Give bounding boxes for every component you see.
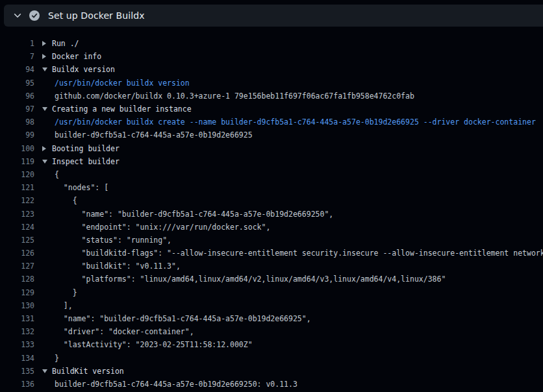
line-text: Docker info	[52, 52, 543, 61]
line-text: {	[52, 196, 543, 205]
chevron-down-icon[interactable]	[42, 160, 47, 164]
line-text: "status": "running",	[52, 236, 543, 245]
line-number[interactable]: 100	[0, 144, 34, 153]
line-number[interactable]: 129	[0, 288, 34, 297]
line-number[interactable]: 124	[0, 223, 34, 232]
log-line: 133 "lastActivity": "2023-02-25T11:58:12…	[0, 338, 543, 351]
line-text: "name": "builder-d9cfb5a1-c764-445a-a57e…	[52, 210, 543, 219]
line-number[interactable]: 119	[0, 157, 34, 166]
line-text: Buildx version	[52, 65, 543, 74]
log-line: 99 builder-d9cfb5a1-c764-445a-a57e-0b19d…	[0, 129, 543, 141]
line-text: }	[52, 354, 543, 363]
line-number[interactable]: 136	[0, 380, 34, 389]
line-text: "nodes": [	[52, 183, 543, 192]
line-number[interactable]: 94	[0, 65, 34, 74]
line-number[interactable]: 131	[0, 314, 34, 323]
gutter	[34, 41, 52, 46]
log-line: 122 {	[0, 194, 543, 207]
line-number[interactable]: 133	[0, 340, 34, 349]
line-number[interactable]: 97	[0, 104, 34, 114]
chevron-right-icon[interactable]	[42, 54, 46, 59]
line-number[interactable]: 121	[0, 183, 34, 192]
log-line: 125 "status": "running",	[0, 234, 543, 247]
line-number[interactable]: 1	[0, 39, 34, 48]
line-text: {	[52, 170, 543, 179]
line-text: "platforms": "linux/amd64,linux/amd64/v2…	[52, 275, 543, 284]
chevron-down-icon[interactable]	[42, 369, 47, 373]
log-line[interactable]: 7 Docker info	[0, 50, 543, 63]
line-text: /usr/bin/docker buildx version	[52, 79, 543, 88]
chevron-down-icon[interactable]	[42, 67, 47, 71]
gutter	[34, 146, 52, 151]
line-text: "name": "builder-d9cfb5a1-c764-445a-a57e…	[52, 314, 543, 323]
step-title: Set up Docker Buildx	[48, 10, 145, 21]
line-text: BuildKit version	[52, 367, 543, 376]
log-line: 95 /usr/bin/docker buildx version	[0, 77, 543, 90]
line-text: "driver": "docker-container",	[52, 327, 543, 336]
log-line: 134 }	[0, 352, 543, 365]
log-line: 130 ],	[0, 299, 543, 312]
chevron-down-icon[interactable]	[42, 107, 47, 111]
log-line: 128 "platforms": "linux/amd64,linux/amd6…	[0, 273, 543, 286]
line-text: /usr/bin/docker buildx create --name bui…	[52, 117, 543, 127]
line-number[interactable]: 135	[0, 367, 34, 376]
log-line: 123 "name": "builder-d9cfb5a1-c764-445a-…	[0, 207, 543, 220]
line-text: Run ./	[52, 39, 543, 48]
chevron-down-icon[interactable]	[13, 11, 22, 20]
line-number[interactable]: 132	[0, 327, 34, 336]
line-text: Inspect builder	[52, 157, 543, 166]
log-viewer: Set up Docker Buildx 1 Run ./ 7 Docker i…	[0, 5, 543, 391]
log-line: 127 "buildkit": "v0.11.3",	[0, 260, 543, 273]
step-header[interactable]: Set up Docker Buildx	[4, 5, 543, 27]
log-line: 126 "buildkitd-flags": "--allow-insecure…	[0, 247, 543, 260]
line-number[interactable]: 120	[0, 170, 34, 179]
log-line: 96 github.com/docker/buildx 0.10.3+azure…	[0, 90, 543, 103]
line-number[interactable]: 96	[0, 92, 34, 101]
log-line[interactable]: 1 Run ./	[0, 37, 543, 50]
log-line[interactable]: 94 Buildx version	[0, 63, 543, 76]
line-number[interactable]: 122	[0, 196, 34, 205]
log-line: 136 builder-d9cfb5a1-c764-445a-a57e-0b19…	[0, 378, 543, 391]
line-text: builder-d9cfb5a1-c764-445a-a57e-0b19d2e6…	[52, 130, 543, 140]
line-number[interactable]: 98	[0, 117, 34, 127]
line-number[interactable]: 134	[0, 354, 34, 363]
log-line[interactable]: 97 Creating a new builder instance	[0, 103, 543, 116]
line-number[interactable]: 95	[0, 79, 34, 88]
log-line: 129 }	[0, 286, 543, 299]
log-line: 98 /usr/bin/docker buildx create --name …	[0, 116, 543, 129]
gutter	[34, 160, 52, 164]
log-lines: 1 Run ./ 7 Docker info 94 Buildx version…	[0, 27, 543, 391]
gutter	[34, 54, 52, 59]
line-text: "buildkit": "v0.11.3",	[52, 262, 543, 271]
line-text: "endpoint": "unix:///var/run/docker.sock…	[52, 223, 543, 232]
log-line: 121 "nodes": [	[0, 181, 543, 194]
log-line[interactable]: 135 BuildKit version	[0, 365, 543, 378]
log-line[interactable]: 119 Inspect builder	[0, 155, 543, 168]
line-number[interactable]: 123	[0, 210, 34, 219]
gutter	[34, 67, 52, 71]
line-number[interactable]: 127	[0, 262, 34, 271]
chevron-right-icon[interactable]	[42, 146, 46, 151]
line-text: "buildkitd-flags": "--allow-insecure-ent…	[52, 249, 543, 258]
gutter	[34, 107, 52, 111]
line-text: Creating a new builder instance	[52, 104, 543, 114]
line-number[interactable]: 126	[0, 249, 34, 258]
log-line: 120 {	[0, 168, 543, 181]
log-line: 132 "driver": "docker-container",	[0, 325, 543, 338]
line-text: ],	[52, 301, 543, 310]
chevron-right-icon[interactable]	[42, 41, 46, 46]
line-text: Booting builder	[52, 144, 543, 153]
line-number[interactable]: 7	[0, 52, 34, 61]
line-text: }	[52, 288, 543, 297]
check-circle-icon	[29, 10, 40, 21]
log-line: 124 "endpoint": "unix:///var/run/docker.…	[0, 221, 543, 234]
log-line: 131 "name": "builder-d9cfb5a1-c764-445a-…	[0, 312, 543, 325]
line-number[interactable]: 99	[0, 130, 34, 140]
line-number[interactable]: 128	[0, 275, 34, 284]
line-text: github.com/docker/buildx 0.10.3+azure-1 …	[52, 92, 543, 101]
line-number[interactable]: 130	[0, 301, 34, 310]
log-line[interactable]: 100 Booting builder	[0, 142, 543, 155]
line-number[interactable]: 125	[0, 236, 34, 245]
line-text: builder-d9cfb5a1-c764-445a-a57e-0b19d2e6…	[52, 380, 543, 389]
line-text: "lastActivity": "2023-02-25T11:58:12.000…	[52, 340, 543, 349]
